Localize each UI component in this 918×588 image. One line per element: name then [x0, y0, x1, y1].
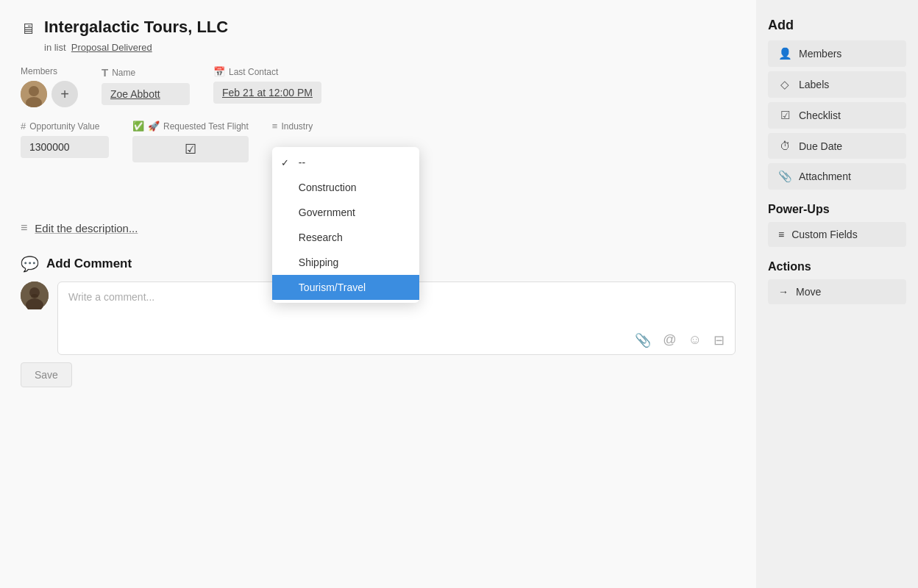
avatar-image: [21, 81, 47, 107]
attachment-icon[interactable]: 📎: [635, 332, 651, 348]
card-title: Intergalactic Tours, LLC: [44, 18, 228, 37]
actions-title: Actions: [768, 260, 906, 273]
test-flight-checkbox[interactable]: ☑: [132, 136, 249, 162]
mention-icon[interactable]: @: [663, 332, 676, 348]
sidebar: Add 👤 Members ◇ Labels ☑ Checklist ⏱ Due…: [756, 0, 918, 588]
sidebar-move-button[interactable]: → Move: [768, 279, 906, 304]
sidebar-attachment-button[interactable]: 📎 Attachment: [768, 163, 906, 190]
dropdown-option-construction[interactable]: Construction: [272, 175, 419, 200]
add-member-button[interactable]: +: [51, 81, 78, 107]
dropdown-option-shipping[interactable]: Shipping: [272, 250, 419, 275]
add-comment-title: Add Comment: [46, 257, 132, 271]
name-group: T Name Zoe Abbott: [102, 66, 190, 105]
checkmark-icon: ☑: [185, 141, 196, 157]
hash-icon: #: [21, 121, 26, 132]
commenter-avatar-image: [21, 282, 49, 309]
sidebar-members-button[interactable]: 👤 Members: [768, 40, 906, 67]
sidebar-labels-button[interactable]: ◇ Labels: [768, 71, 906, 98]
name-label: T Name: [102, 66, 190, 79]
person-icon: 👤: [778, 47, 791, 60]
sidebar-duedate-label: Due Date: [799, 140, 842, 152]
opportunity-label: # Opportunity Value: [21, 121, 109, 132]
description-placeholder[interactable]: Edit the description...: [35, 222, 138, 234]
name-value[interactable]: Zoe Abbott: [102, 83, 190, 105]
last-contact-label: 📅 Last Contact: [213, 66, 321, 77]
dropdown-option-research[interactable]: Research: [272, 225, 419, 250]
svg-point-6: [31, 294, 38, 298]
label-icon: ◇: [778, 78, 791, 91]
powerups-title: Power-Ups: [768, 203, 906, 216]
custom-fields-row: # Opportunity Value 1300000 ✅ 🚀 Requeste…: [21, 121, 736, 162]
description-icon: ≡: [21, 221, 27, 234]
move-label: Move: [796, 286, 821, 298]
card-list-ref: in list Proposal Delivered: [44, 42, 736, 53]
comment-toolbar: 📎 @ ☺ ⊟: [68, 326, 725, 348]
sidebar-duedate-button[interactable]: ⏱ Due Date: [768, 133, 906, 159]
card-type-icon: 🖥: [21, 21, 35, 37]
top-fields-row: Members + T N: [21, 66, 736, 107]
member-avatar[interactable]: [21, 81, 47, 107]
sidebar-members-label: Members: [799, 48, 842, 60]
emoji-icon[interactable]: ☺: [688, 332, 702, 348]
test-flight-group: ✅ 🚀 Requested Test Flight ☑: [132, 121, 249, 162]
sidebar-add-title: Add: [768, 18, 906, 33]
card-icon-btn[interactable]: ⊟: [714, 332, 725, 348]
commenter-avatar: [21, 282, 49, 309]
list-link[interactable]: Proposal Delivered: [71, 42, 152, 53]
sidebar-checklist-label: Checklist: [799, 110, 841, 121]
last-contact-group: 📅 Last Contact Feb 21 at 12:00 PM: [213, 66, 321, 104]
list-prefix: in list: [44, 42, 66, 53]
dropdown-option-government[interactable]: Government: [272, 200, 419, 225]
card-modal: 🖥 Intergalactic Tours, LLC in list Propo…: [0, 0, 918, 588]
opportunity-label-text: Opportunity Value: [29, 121, 99, 132]
arrow-right-icon: →: [778, 286, 789, 298]
calendar-icon: 📅: [213, 66, 225, 77]
sidebar-checklist-button[interactable]: ☑ Checklist: [768, 102, 906, 129]
test-flight-label: ✅ 🚀 Requested Test Flight: [132, 121, 249, 132]
check-circle-icon: ✅: [132, 121, 144, 132]
members-label: Members: [21, 66, 78, 76]
save-button[interactable]: Save: [21, 362, 72, 387]
card-header: 🖥 Intergalactic Tours, LLC: [21, 18, 736, 37]
opportunity-value[interactable]: 1300000: [21, 136, 109, 158]
main-content: 🖥 Intergalactic Tours, LLC in list Propo…: [0, 0, 756, 588]
opportunity-group: # Opportunity Value 1300000: [21, 121, 109, 158]
text-icon: T: [102, 66, 108, 79]
industry-dropdown[interactable]: -- Construction Government Research Ship…: [272, 147, 419, 303]
sidebar-attachment-label: Attachment: [799, 171, 851, 182]
paperclip-icon: 📎: [778, 170, 791, 183]
clock-icon: ⏱: [778, 140, 791, 152]
sidebar-labels-label: Labels: [799, 79, 829, 90]
last-contact-value[interactable]: Feb 21 at 12:00 PM: [213, 82, 321, 104]
sidebar-custom-fields-button[interactable]: ≡ Custom Fields: [768, 222, 906, 247]
custom-fields-label: Custom Fields: [791, 229, 857, 240]
rocket-icon: 🚀: [148, 121, 160, 132]
members-group: Members +: [21, 66, 78, 107]
industry-group: ≡ Industry -- Construction Government Re…: [272, 121, 313, 132]
members-avatars: +: [21, 81, 78, 107]
dropdown-option-blank[interactable]: --: [272, 150, 419, 175]
dropdown-option-tourism[interactable]: Tourism/Travel: [272, 275, 419, 300]
industry-label: ≡ Industry: [272, 121, 313, 132]
svg-point-1: [29, 86, 39, 96]
checklist-icon: ☑: [778, 109, 791, 122]
fields-icon: ≡: [778, 229, 784, 240]
comment-icon: 💬: [21, 255, 39, 273]
list-icon: ≡: [272, 121, 278, 132]
